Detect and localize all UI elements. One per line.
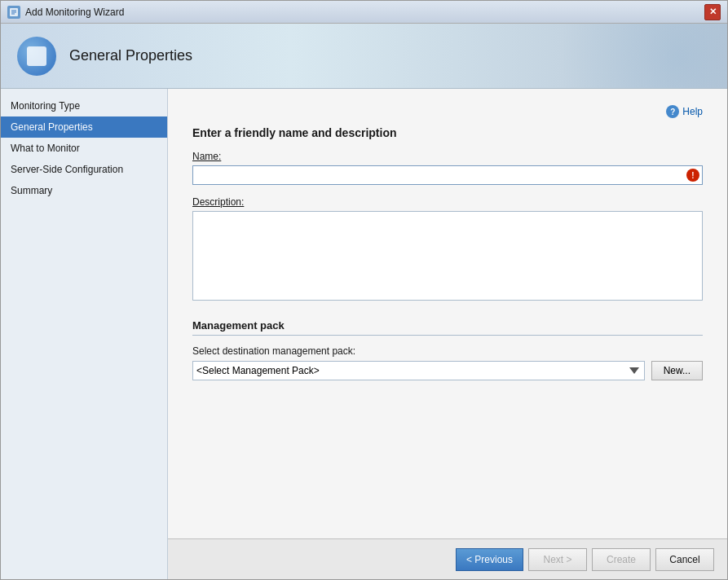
new-button[interactable]: New... [651, 361, 703, 380]
content-area: Monitoring Type General Properties What … [1, 89, 727, 579]
main-inner: ? Help Enter a friendly name and descrip… [168, 89, 727, 538]
management-pack-title: Management pack [192, 319, 703, 336]
cancel-button[interactable]: Cancel [655, 548, 714, 571]
sidebar-item-what-to-monitor[interactable]: What to Monitor [1, 138, 167, 159]
window-icon [7, 6, 20, 19]
header-section: General Properties [1, 24, 727, 89]
error-icon: ! [686, 169, 699, 182]
help-row: ? Help [192, 105, 703, 118]
sidebar: Monitoring Type General Properties What … [1, 89, 168, 579]
sidebar-item-server-side-configuration[interactable]: Server-Side Configuration [1, 159, 167, 180]
form-section-title: Enter a friendly name and description [192, 126, 703, 139]
sidebar-item-monitoring-type[interactable]: Monitoring Type [1, 95, 167, 116]
name-input[interactable] [192, 165, 703, 185]
sidebar-item-summary[interactable]: Summary [1, 180, 167, 201]
close-button[interactable]: ✕ [704, 4, 721, 20]
previous-button[interactable]: < Previous [456, 548, 523, 571]
next-button[interactable]: Next > [528, 548, 587, 571]
main-window: Add Monitoring Wizard ✕ General Properti… [0, 0, 728, 580]
name-label: Name: [192, 151, 703, 162]
window-title: Add Monitoring Wizard [25, 7, 704, 18]
name-input-wrapper: ! [192, 165, 703, 185]
header-icon [17, 37, 56, 76]
help-link[interactable]: ? Help [666, 105, 703, 118]
create-button[interactable]: Create [592, 548, 651, 571]
help-label: Help [682, 106, 703, 117]
header-title: General Properties [69, 47, 192, 64]
pack-select-label: Select destination management pack: [192, 345, 703, 357]
description-textarea[interactable] [192, 211, 703, 301]
title-bar: Add Monitoring Wizard ✕ [1, 1, 727, 24]
management-pack-select[interactable]: <Select Management Pack> [192, 361, 645, 380]
management-pack-section: Management pack Select destination manag… [192, 319, 703, 380]
description-wrapper [192, 211, 703, 303]
help-icon: ? [666, 105, 679, 118]
pack-select-row: <Select Management Pack> New... [192, 361, 703, 380]
main-content: ? Help Enter a friendly name and descrip… [168, 89, 727, 579]
header-icon-inner [27, 46, 46, 66]
description-label: Description: [192, 196, 703, 208]
header-decoration [564, 24, 727, 89]
bottom-bar: < Previous Next > Create Cancel [168, 538, 727, 579]
sidebar-item-general-properties[interactable]: General Properties [1, 116, 167, 138]
